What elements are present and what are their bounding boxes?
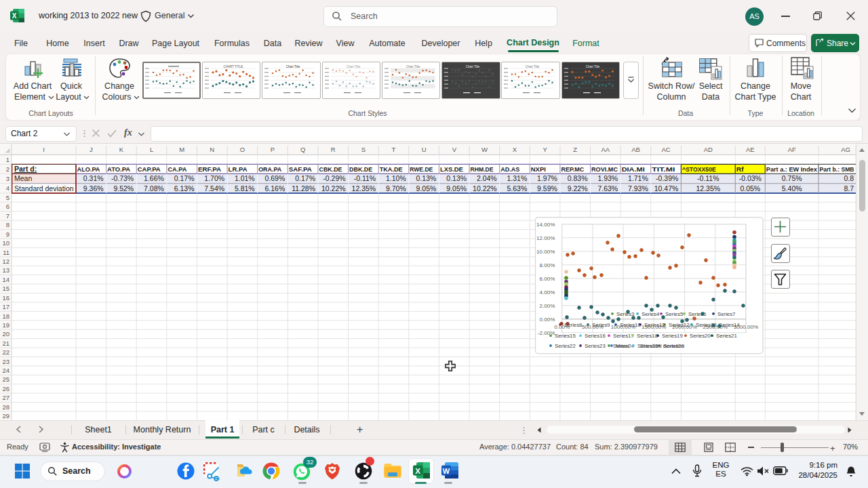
svg-text:Series11: Series11 [644, 322, 665, 328]
svg-text:Series14: Series14 [719, 322, 740, 328]
svg-text:1.93%: 1.93% [597, 174, 618, 182]
svg-text:-0.39%: -0.39% [656, 174, 678, 182]
svg-text:6.13%: 6.13% [174, 184, 195, 192]
svg-text:Mean: Mean [616, 343, 629, 349]
svg-text:10.00%: 10.00% [536, 249, 555, 255]
svg-text:AB: AB [631, 146, 640, 153]
svg-text:5.40%: 5.40% [782, 184, 802, 192]
svg-text:10: 10 [2, 239, 9, 247]
svg-text:9.59%: 9.59% [537, 184, 557, 192]
svg-text:T: T [392, 146, 396, 153]
svg-text:1: 1 [6, 156, 9, 163]
svg-text:12.35%: 12.35% [352, 184, 376, 192]
svg-text:1.66%: 1.66% [144, 174, 164, 182]
svg-text:9.36%: 9.36% [83, 184, 104, 192]
svg-text:Series20: Series20 [690, 333, 711, 339]
svg-text:AE: AE [746, 146, 755, 153]
svg-text:1.10%: 1.10% [386, 174, 406, 182]
svg-text:9.70%: 9.70% [386, 184, 406, 192]
svg-text:Series22: Series22 [555, 343, 576, 349]
svg-text:16: 16 [2, 294, 9, 302]
svg-text:Series5: Series5 [665, 311, 684, 317]
svg-text:7.08%: 7.08% [144, 184, 164, 192]
svg-text:ATO.PA: ATO.PA [107, 166, 130, 173]
svg-text:11.28%: 11.28% [292, 184, 315, 192]
svg-text:Part b.: SMB: Part b.: SMB [820, 166, 854, 173]
svg-text:-0.11%: -0.11% [697, 174, 719, 182]
svg-text:W: W [481, 146, 488, 153]
svg-text:8: 8 [6, 221, 9, 228]
svg-text:0.17%: 0.17% [295, 174, 315, 182]
svg-text:4.00%: 4.00% [540, 289, 555, 296]
svg-text:AD: AD [704, 146, 713, 153]
svg-text:DIA.MI: DIA.MI [622, 166, 645, 173]
svg-text:7.93%: 7.93% [628, 184, 648, 192]
svg-text:1.71%: 1.71% [628, 174, 648, 182]
svg-text:Rf: Rf [736, 166, 745, 173]
svg-text:9.05%: 9.05% [416, 184, 437, 192]
svg-text:^STOXX50E: ^STOXX50E [682, 166, 716, 173]
svg-text:28: 28 [2, 403, 9, 411]
svg-text:Series3: Series3 [616, 311, 634, 317]
svg-text:RWE.DE: RWE.DE [410, 166, 433, 173]
svg-text:23: 23 [2, 358, 9, 365]
svg-text:Mean: Mean [14, 174, 32, 182]
svg-text:5: 5 [6, 194, 9, 201]
svg-text:Series21: Series21 [716, 333, 737, 339]
svg-text:9.22%: 9.22% [568, 184, 588, 192]
svg-text:CHART TITLE: CHART TITLE [224, 65, 243, 68]
svg-text:27: 27 [2, 394, 9, 401]
svg-text:V: V [452, 146, 457, 153]
svg-text:9: 9 [6, 230, 9, 238]
svg-text:-2.00%: -2.00% [538, 330, 555, 336]
svg-text:6.00%: 6.00% [540, 276, 555, 282]
svg-text:ALO.PA: ALO.PA [77, 166, 100, 173]
svg-text:2: 2 [6, 165, 9, 173]
svg-text:Series18: Series18 [637, 333, 658, 339]
svg-text:AA: AA [601, 146, 610, 153]
svg-text:10.47%: 10.47% [654, 184, 679, 192]
svg-text:10.22%: 10.22% [321, 184, 346, 192]
svg-text:Chart Title: Chart Title [406, 65, 420, 68]
svg-text:J: J [90, 146, 93, 153]
svg-text:0.75%: 0.75% [782, 174, 802, 182]
svg-text:20: 20 [2, 330, 9, 338]
svg-text:TIT.MI: TIT.MI [652, 166, 675, 173]
svg-text:25: 25 [2, 375, 9, 383]
svg-text:-0.03%: -0.03% [739, 174, 762, 182]
svg-text:26: 26 [2, 385, 9, 392]
svg-text:7.54%: 7.54% [204, 184, 224, 192]
svg-text:W: W [443, 467, 450, 475]
svg-text:Series16: Series16 [585, 333, 606, 339]
svg-text:21: 21 [2, 340, 9, 347]
svg-text:17: 17 [2, 303, 9, 310]
svg-text:Series19: Series19 [662, 333, 683, 339]
svg-text:2.04%: 2.04% [477, 174, 497, 182]
svg-text:10.22%: 10.22% [473, 184, 497, 192]
svg-text:19: 19 [2, 321, 9, 329]
svg-text:12.00%: 12.00% [536, 235, 555, 241]
svg-text:11: 11 [3, 249, 9, 256]
svg-text:7.63%: 7.63% [597, 184, 618, 192]
svg-text:NXPI: NXPI [531, 166, 546, 173]
svg-text:1.01%: 1.01% [235, 174, 255, 182]
svg-text:Series10: Series10 [620, 322, 641, 328]
svg-text:AD.AS: AD.AS [500, 166, 519, 173]
svg-text:-0.73%: -0.73% [111, 174, 134, 182]
svg-text:L: L [150, 146, 153, 153]
svg-text:Series9: Series9 [592, 322, 610, 328]
svg-text:2.00%: 2.00% [540, 303, 555, 309]
svg-text:1.97%: 1.97% [537, 174, 557, 182]
svg-text:-0.11%: -0.11% [354, 174, 376, 182]
svg-text:SAF.PA: SAF.PA [289, 166, 312, 173]
svg-text:13: 13 [2, 266, 9, 274]
svg-text:DBK.DE: DBK.DE [349, 166, 372, 173]
svg-text:14: 14 [2, 276, 9, 283]
svg-text:9.05%: 9.05% [446, 184, 467, 192]
svg-text:Chart Title: Chart Title [466, 65, 480, 68]
svg-text:CA.PA: CA.PA [167, 166, 186, 173]
svg-text:0.8: 0.8 [844, 174, 854, 182]
svg-text:7: 7 [6, 212, 9, 220]
svg-text:Series12: Series12 [669, 322, 690, 328]
svg-text:-0.29%: -0.29% [323, 174, 345, 182]
